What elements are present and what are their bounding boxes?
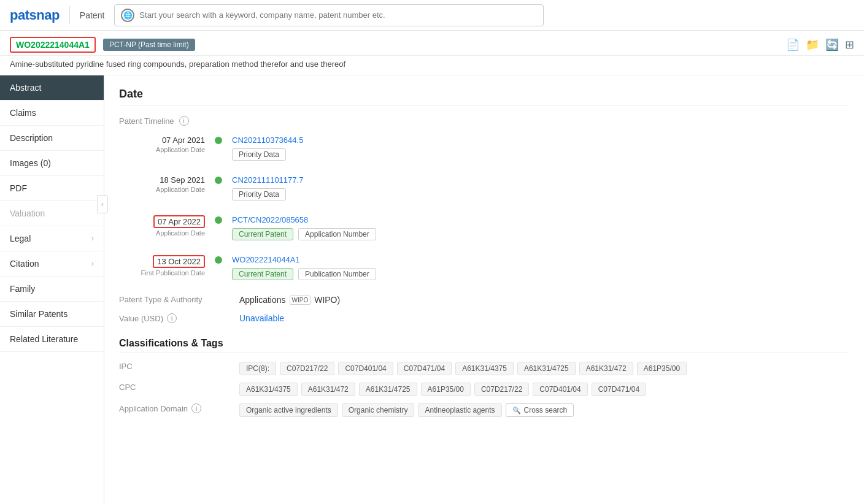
- app-domain-label-text: Application Domain: [119, 404, 188, 413]
- patent-type-row: Patent Type & Authority Applications WIP…: [119, 295, 849, 305]
- timeline: 07 Apr 2021 Application Date CN202110373…: [131, 136, 849, 280]
- globe-icon[interactable]: 🌐: [121, 9, 134, 22]
- folder-icon[interactable]: 📁: [806, 38, 819, 52]
- sidebar-item-label: Images (0): [10, 158, 51, 168]
- patent-label: Patent: [80, 10, 104, 20]
- sidebar-item-label: Description: [10, 133, 53, 143]
- layout-icon[interactable]: ⊞: [845, 38, 854, 52]
- timeline-right: PCT/CN2022/085658 Current Patent Applica…: [232, 215, 849, 240]
- priority-data-badge: Priority Data: [232, 148, 286, 161]
- sidebar-item-related-literature[interactable]: Related Literature: [0, 327, 104, 352]
- sidebar-item-label: Related Literature: [10, 334, 78, 344]
- sidebar-item-description[interactable]: Description: [0, 126, 104, 151]
- ipc-tag[interactable]: A61K31/4375: [455, 362, 514, 375]
- header-divider: [69, 6, 70, 25]
- sidebar-item-claims[interactable]: Claims: [0, 101, 104, 126]
- timeline-label: Patent Timeline: [119, 116, 174, 126]
- sidebar-item-abstract[interactable]: Abstract: [0, 75, 104, 101]
- sidebar-item-label: Claims: [10, 108, 36, 118]
- sidebar-item-legal[interactable]: Legal ›: [0, 226, 104, 251]
- ipc-tag[interactable]: A61K31/4725: [517, 362, 576, 375]
- patent-type-label: Patent Type & Authority: [119, 295, 230, 304]
- app-domain-tag[interactable]: Antineoplastic agents: [418, 403, 501, 417]
- sidebar-item-similar-patents[interactable]: Similar Patents: [0, 302, 104, 327]
- timeline-row: 18 Sep 2021 Application Date CN202111101…: [131, 175, 849, 200]
- cpc-tag[interactable]: A61K31/4375: [239, 383, 298, 396]
- cpc-tag[interactable]: A61P35/00: [421, 383, 471, 396]
- sidebar-item-family[interactable]: Family: [0, 277, 104, 302]
- classifications-section: Classifications & Tags IPC IPC(8): C07D2…: [119, 338, 849, 417]
- ipc-tag[interactable]: A61K31/472: [579, 362, 633, 375]
- search-bar[interactable]: 🌐: [114, 4, 544, 26]
- ipc-tag[interactable]: C07D401/04: [338, 362, 393, 375]
- cross-search-label: Cross search: [524, 406, 568, 414]
- app-domain-tag[interactable]: Organic active ingredients: [239, 403, 338, 417]
- timeline-badges: Current Patent Application Number: [232, 228, 849, 240]
- sidebar-item-pdf[interactable]: PDF: [0, 176, 104, 201]
- timeline-date: 07 Apr 2021: [131, 136, 205, 145]
- sidebar-item-valuation[interactable]: Valuation: [0, 201, 104, 226]
- header: patsnap Patent 🌐: [0, 0, 864, 31]
- ipc-prefix: IPC(8):: [239, 362, 276, 375]
- cpc-tag[interactable]: C07D217/22: [474, 383, 529, 396]
- main-layout: Abstract Claims Description Images (0) P…: [0, 75, 864, 504]
- ipc-tag[interactable]: C07D217/22: [280, 362, 334, 375]
- cpc-tag[interactable]: A61K31/472: [301, 383, 355, 396]
- patent-number-link[interactable]: WO2022214044A1: [232, 255, 849, 264]
- timeline-right: CN202110373644.5 Priority Data: [232, 136, 849, 161]
- timeline-left: 07 Apr 2022 Application Date: [131, 215, 205, 237]
- timeline-sub-label: Application Date: [131, 229, 205, 237]
- patent-number-link[interactable]: PCT/CN2022/085658: [232, 215, 849, 224]
- timeline-badges: Priority Data: [232, 148, 849, 161]
- value-label-text: Value (USD): [119, 314, 163, 323]
- app-domain-row: Application Domain i Organic active ingr…: [119, 403, 849, 417]
- app-domain-info-icon[interactable]: i: [191, 403, 201, 413]
- cpc-row: CPC A61K31/4375 A61K31/472 A61K31/4725 A…: [119, 383, 849, 396]
- current-patent-badge: Current Patent: [232, 268, 293, 280]
- cpc-tag[interactable]: C07D471/04: [592, 383, 646, 396]
- patent-title: Amine-substituted pyridine fused ring co…: [0, 56, 864, 75]
- timeline-sub-label: Application Date: [131, 186, 205, 193]
- timeline-left: 07 Apr 2021 Application Date: [131, 136, 205, 153]
- sidebar: Abstract Claims Description Images (0) P…: [0, 75, 104, 504]
- wipo-logo: WIPO: [290, 296, 311, 305]
- patent-id-icons: 📄 📁 🔄 ⊞: [786, 38, 854, 52]
- sidebar-item-citation[interactable]: Citation ›: [0, 251, 104, 277]
- ipc-tag[interactable]: A61P35/00: [637, 362, 687, 375]
- cpc-tags: A61K31/4375 A61K31/472 A61K31/4725 A61P3…: [239, 383, 646, 396]
- ipc-tag[interactable]: C07D471/04: [397, 362, 452, 375]
- value-usd-row: Value (USD) i Unavailable: [119, 313, 849, 323]
- patent-id[interactable]: WO2022214044A1: [10, 37, 96, 53]
- sidebar-item-label: Citation: [10, 259, 39, 269]
- cpc-tag[interactable]: A61K31/4725: [359, 383, 417, 396]
- patent-id-bar: WO2022214044A1 PCT-NP (Past time limit) …: [0, 31, 864, 56]
- content-area: Date Patent Timeline i 07 Apr 2021 Appli…: [104, 75, 864, 504]
- sidebar-item-images[interactable]: Images (0): [0, 151, 104, 176]
- timeline-badges: Current Patent Publication Number: [232, 268, 849, 280]
- search-input[interactable]: [139, 10, 537, 20]
- sidebar-item-label: Similar Patents: [10, 309, 68, 319]
- value-info-icon[interactable]: i: [167, 313, 177, 323]
- pdf-icon[interactable]: 📄: [786, 38, 800, 52]
- application-number-badge: Application Number: [298, 228, 376, 240]
- app-domain-tag[interactable]: Organic chemistry: [342, 403, 415, 417]
- date-section-title: Date: [119, 88, 849, 106]
- publication-number-badge: Publication Number: [298, 268, 376, 280]
- timeline-right: WO2022214044A1 Current Patent Publicatio…: [232, 255, 849, 280]
- timeline-sub-label: First Publication Date: [131, 269, 205, 277]
- value-usd-label: Value (USD) i: [119, 313, 230, 323]
- logo[interactable]: patsnap: [10, 7, 60, 23]
- refresh-icon[interactable]: 🔄: [825, 38, 839, 52]
- search-icon: 🔍: [512, 407, 521, 414]
- cross-search-button[interactable]: 🔍 Cross search: [506, 403, 574, 417]
- logo-snap: snap: [29, 7, 60, 23]
- timeline-dot: [215, 177, 222, 184]
- collapse-sidebar-button[interactable]: ‹: [97, 195, 108, 213]
- wipo-label: WIPO): [314, 295, 340, 305]
- patent-number-link[interactable]: CN202111101177.7: [232, 175, 849, 185]
- cpc-tag[interactable]: C07D401/04: [533, 383, 587, 396]
- timeline-date: 18 Sep 2021: [131, 175, 205, 185]
- patent-number-link[interactable]: CN202110373644.5: [232, 136, 849, 145]
- timeline-info-icon[interactable]: i: [179, 116, 189, 126]
- ipc-label: IPC: [119, 362, 230, 371]
